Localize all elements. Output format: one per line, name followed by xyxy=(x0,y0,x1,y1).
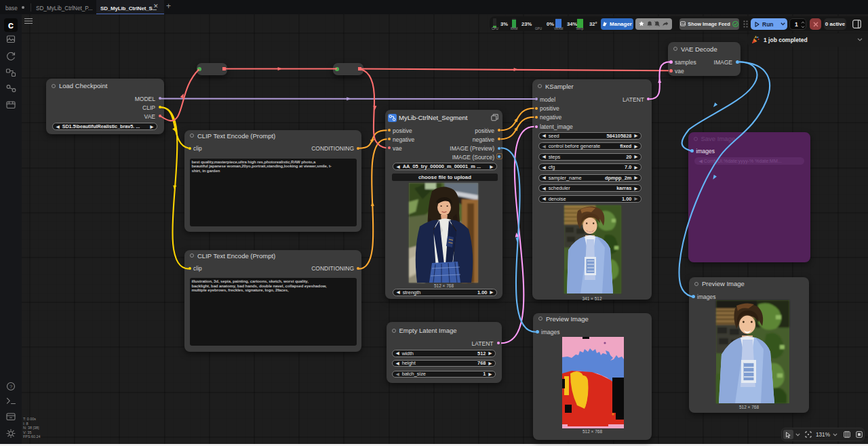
svg-text:?: ? xyxy=(9,384,12,390)
svg-text:c: c xyxy=(8,19,14,31)
